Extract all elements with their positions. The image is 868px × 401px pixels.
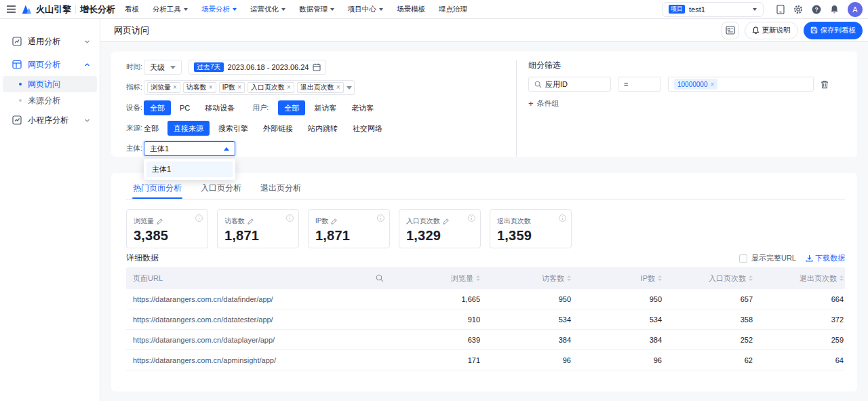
miniprogram-analysis-icon: [12, 115, 22, 125]
cell-url[interactable]: https://datarangers.com.cn/datafinder/ap…: [126, 295, 391, 303]
sort-icon[interactable]: [840, 275, 844, 281]
source-option-external[interactable]: 外部链接: [257, 121, 299, 136]
update-notes-button[interactable]: 更新说明: [745, 22, 798, 39]
tab-entry-pages[interactable]: 入口页分析: [200, 183, 242, 199]
edit-icon[interactable]: [443, 218, 449, 225]
column-header-ip[interactable]: IP数: [572, 273, 663, 284]
edit-icon[interactable]: [331, 218, 337, 225]
cell-value: 1,665: [391, 295, 481, 303]
cell-value: 96: [572, 356, 663, 364]
tab-exit-pages[interactable]: 退出页分析: [260, 183, 302, 199]
nav-item-scene-analysis[interactable]: 场景分析: [201, 5, 237, 14]
settings-gear-icon[interactable]: [793, 5, 803, 14]
sidebar-subitem-label: 来源分析: [28, 95, 60, 107]
table-row[interactable]: https://datarangers.com.cn/dataplayer/ap…: [126, 330, 845, 350]
metric-label: 入口页次数: [406, 216, 440, 226]
subject-select[interactable]: 主体1 主体1: [144, 141, 235, 156]
column-header-url[interactable]: 页面URL: [126, 273, 391, 284]
brand-name: 火山引擎: [36, 3, 71, 16]
condition-value-input[interactable]: 10000000×: [668, 77, 814, 92]
delete-condition-icon[interactable]: [821, 80, 829, 89]
nav-item-dashboard[interactable]: 看板: [125, 5, 139, 14]
sort-icon[interactable]: [567, 275, 571, 281]
project-select[interactable]: 项目 test1: [662, 2, 764, 17]
remove-tag-icon[interactable]: ×: [711, 81, 715, 88]
sidebar-item-label: 通用分析: [28, 36, 60, 47]
device-option-mobile[interactable]: 移动设备: [199, 100, 241, 115]
sidebar-item-web-visit[interactable]: 网页访问: [3, 76, 97, 92]
metrics-filter-row: 指标: 浏览量× 访客数× IP数× 入口页次数× 退出页次数×: [126, 80, 502, 95]
source-option-direct[interactable]: 直接来源: [167, 121, 210, 136]
sidebar-item-source-analysis[interactable]: 来源分析: [3, 92, 97, 109]
nav-item-analysis-tools[interactable]: 分析工具: [153, 5, 188, 14]
nav-item-scene-template[interactable]: 场景模板: [397, 5, 425, 14]
menu-icon[interactable]: [7, 5, 16, 13]
date-range-picker[interactable]: 过去7天 2023.06.18 - 2023.06.24: [189, 60, 326, 75]
metric-card-ip: IP数 1,871: [308, 209, 390, 248]
avatar[interactable]: A: [848, 2, 863, 17]
table-row[interactable]: https://datarangers.com.cn/datafinder/ap…: [126, 289, 845, 309]
detail-table: 页面URL 浏览量 访客数 IP数 入口页次数 退出页次数 https://da…: [126, 267, 845, 370]
column-header-pageviews[interactable]: 浏览量: [391, 273, 481, 284]
sidebar-item-miniprogram-analysis[interactable]: 小程序分析: [0, 109, 100, 132]
sidebar-item-web-analysis[interactable]: 网页分析: [0, 53, 100, 76]
source-option-social[interactable]: 社交网络: [347, 121, 389, 136]
device-option-all[interactable]: 全部: [144, 100, 171, 115]
display-board-button[interactable]: [722, 22, 739, 39]
column-header-entry[interactable]: 入口页次数: [663, 273, 754, 284]
sort-icon[interactable]: [749, 275, 753, 281]
remove-tag-icon[interactable]: ×: [209, 84, 213, 91]
notification-bell-icon[interactable]: [830, 5, 839, 14]
nav-item-project-center[interactable]: 项目中心: [348, 5, 383, 14]
column-header-exit[interactable]: 退出页次数: [754, 273, 845, 284]
remove-tag-icon[interactable]: ×: [287, 84, 291, 91]
info-icon[interactable]: [377, 214, 384, 222]
info-icon[interactable]: [559, 214, 566, 222]
remove-tag-icon[interactable]: ×: [336, 84, 340, 91]
source-option-search[interactable]: 搜索引擎: [212, 121, 254, 136]
cell-value: 259: [754, 336, 845, 344]
device-option-pc[interactable]: PC: [174, 100, 196, 115]
download-data-link[interactable]: 下载数据: [806, 253, 845, 263]
nav-item-tracking[interactable]: 埋点治理: [439, 5, 467, 14]
remove-tag-icon[interactable]: ×: [173, 84, 177, 91]
info-icon[interactable]: [195, 214, 203, 222]
granularity-select[interactable]: 天级: [144, 60, 182, 75]
edit-icon[interactable]: [157, 218, 163, 225]
user-option-returning[interactable]: 老访客: [345, 100, 380, 115]
nav-item-data-management[interactable]: 数据管理: [299, 5, 334, 14]
metrics-multiselect[interactable]: 浏览量× 访客数× IP数× 入口页次数× 退出页次数×: [144, 80, 355, 95]
condition-field-select[interactable]: 应用ID: [528, 77, 611, 92]
edit-icon[interactable]: [248, 218, 254, 225]
show-full-url-checkbox[interactable]: [739, 254, 747, 263]
info-icon[interactable]: [468, 214, 475, 222]
cell-url[interactable]: https://datarangers.com.cn/dataplayer/ap…: [126, 336, 391, 344]
table-row[interactable]: https://datarangers.com.cn/apminsight/ap…: [126, 350, 845, 370]
table-row[interactable]: https://datarangers.com.cn/datatester/ap…: [126, 309, 845, 330]
column-header-visitors[interactable]: 访客数: [481, 273, 572, 284]
user-option-all[interactable]: 全部: [278, 100, 305, 115]
nav-item-operation[interactable]: 运营优化: [250, 5, 285, 14]
source-option-internal[interactable]: 站内跳转: [302, 121, 344, 136]
condition-operator-select[interactable]: =: [618, 77, 661, 92]
column-label: 页面URL: [133, 273, 163, 284]
add-condition-group-button[interactable]: + 条件组: [528, 98, 845, 109]
help-icon[interactable]: ?: [812, 5, 821, 14]
cell-url[interactable]: https://datarangers.com.cn/apminsight/ap…: [126, 356, 391, 364]
subject-dropdown-option[interactable]: 主体1: [146, 161, 233, 177]
cell-url[interactable]: https://datarangers.com.cn/datatester/ap…: [126, 316, 391, 324]
remove-tag-icon[interactable]: ×: [237, 84, 241, 91]
sort-icon[interactable]: [476, 275, 480, 281]
chevron-down-icon: [84, 117, 90, 123]
source-option-all[interactable]: 全部: [144, 121, 165, 136]
tab-hot-pages[interactable]: 热门页面分析: [132, 183, 182, 199]
nav-item-label: 分析工具: [153, 5, 181, 14]
sidebar-item-general-analysis[interactable]: 通用分析: [0, 30, 100, 53]
search-icon[interactable]: [376, 274, 384, 282]
user-option-new[interactable]: 新访客: [308, 100, 342, 115]
info-icon[interactable]: [286, 214, 294, 222]
mobile-preview-icon[interactable]: [776, 5, 785, 14]
save-to-dashboard-button[interactable]: 保存到看板: [804, 22, 863, 39]
sort-icon[interactable]: [658, 275, 662, 281]
chevron-up-icon: [84, 62, 90, 68]
